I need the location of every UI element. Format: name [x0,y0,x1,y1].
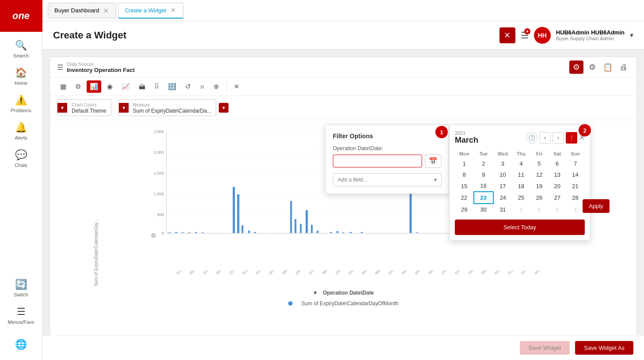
app-logo[interactable]: one [0,0,42,32]
calendar-day[interactable]: 30 [474,204,493,215]
calendar-day[interactable]: 23 [474,192,493,204]
tab-create-widget[interactable]: Create a Widget ✕ [118,3,183,19]
calendar-clock-button[interactable]: 🕐 [526,132,537,144]
menu-button-wrapper: ☰ ★ [521,30,529,41]
chart-toolbar: ▦ ⚙ 📊 ◉ 📈 🏔 ⠿ 🔢 ↺ ⠶ ⊕ ✕ [50,78,636,96]
print-button[interactable]: 🖨 [618,61,629,74]
calendar-day[interactable]: 3 [548,204,566,215]
chart-tool-close[interactable]: ✕ [231,80,243,93]
sidebar-item-menus[interactable]: ☰ Menus/Favs [0,302,42,329]
svg-text:Sum of ExpiryDate\CalendarDay.: Sum of ExpiryDate\CalendarDay... [94,219,99,286]
svg-text:1,000: 1,000 [154,192,164,196]
chart-tool-area[interactable]: 🏔 [136,81,149,93]
sidebar-item-alerts[interactable]: 🔔 Alerts [0,117,42,145]
chart-tool-refresh[interactable]: ↺ [182,80,194,93]
save-widget-button[interactable]: Save Widget [520,341,570,355]
menu-icon: ☰ [17,306,26,318]
measure-expand-arrow[interactable]: ▾ [219,103,229,113]
tab-close-create-widget[interactable]: ✕ [170,7,177,14]
calendar-day[interactable]: 13 [548,169,566,180]
save-widget-as-button[interactable]: Save Widget As [575,341,633,355]
svg-text:30/04/2020: 30/04/2020 [361,270,374,275]
calendar-day[interactable]: 1 [455,158,474,169]
svg-rect-30 [317,231,319,233]
filter-calendar-button[interactable]: 📅 [425,154,442,168]
tab-label: Create a Widget [125,7,166,14]
chart-tool-stacked[interactable]: 🔢 [165,80,179,93]
add-field-dropdown[interactable]: Add a field... ▾ [333,173,442,186]
chart-tool-pivot[interactable]: ⊕ [210,80,222,93]
calendar-day[interactable]: 20 [548,180,566,192]
measure-dropdown[interactable]: ▾ Measure Sum of ExpiryDate\CalendarDa..… [118,99,216,116]
measure-arrow: ▾ [119,103,129,113]
select-today-button[interactable]: Select Today [455,220,585,235]
calendar-day[interactable]: 6 [548,158,566,169]
tab-close-buyer-dashboard[interactable]: ✕ [103,7,110,14]
chart-tool-settings[interactable]: ⚙ [72,80,84,93]
chart-tool-dots[interactable]: ⠶ [197,80,208,93]
calendar-day[interactable]: 31 [493,204,512,215]
calendar-day[interactable]: 4 [512,158,530,169]
sidebar-item-home[interactable]: 🏠 Home [0,63,42,90]
sidebar-item-label: Home [15,80,27,86]
calendar-day[interactable]: 15 [455,180,474,192]
calendar-menu-button[interactable]: ⋮ [566,132,577,144]
calendar-day[interactable]: 25 [512,192,530,204]
close-widget-button[interactable]: ✕ [499,27,515,43]
calendar-day[interactable]: 24 [493,192,512,204]
calendar-day[interactable]: 4 [566,204,584,215]
calendar-day[interactable]: 12 [530,169,549,180]
calendar-day[interactable]: 7 [566,158,584,169]
calendar-day[interactable]: 19 [530,180,549,192]
calendar-day[interactable]: 22 [455,192,474,204]
svg-text:09/01/2020: 09/01/2020 [282,270,295,275]
chart-colors-dropdown[interactable]: ▾ Chart Colors Default Theme [57,99,111,116]
calendar-day[interactable]: 1 [512,204,530,215]
sidebar-item-switch[interactable]: 🔄 Switch [0,274,42,302]
apply-button[interactable]: Apply [583,199,610,213]
x-axis-labels: 01/10/2019 09/10/2019 15/10/2019 29/10/2… [72,270,636,288]
chart-tool-table[interactable]: ▦ [57,80,69,93]
tab-buyer-dashboard[interactable]: Buyer Dashboard ✕ [48,3,116,19]
sidebar-item-problems[interactable]: ⚠️ Problems [0,90,42,117]
calendar-next-button[interactable]: › [553,132,564,144]
user-dropdown-arrow[interactable]: ▾ [630,31,633,39]
chart-tool-bar[interactable]: 📊 [87,80,101,93]
copy-button[interactable]: 📋 [601,61,614,74]
sidebar-item-chats[interactable]: 💬 Chats [0,145,42,172]
sidebar-item-search[interactable]: 🔍 Search [0,35,42,63]
calendar-day[interactable]: 10 [493,169,512,180]
tab-bar: Buyer Dashboard ✕ Create a Widget ✕ [42,0,644,21]
calendar-day[interactable]: 5 [530,158,549,169]
calendar-prev-button[interactable]: ‹ [539,132,551,144]
chart-tool-pie[interactable]: ◉ [104,80,116,93]
calendar-day[interactable]: 28 [566,192,584,204]
toolbar-separator [226,81,227,92]
calendar-day[interactable]: 2 [474,158,493,169]
sidebar-globe[interactable]: 🌐 [0,334,42,355]
calendar-day[interactable]: 9 [474,169,493,180]
calendar-day[interactable]: 3 [493,158,512,169]
svg-text:15/10/2019: 15/10/2019 [202,270,215,275]
calendar-day[interactable]: 2 [530,204,549,215]
calendar-day[interactable]: 17 [493,180,512,192]
chart-tool-extra1[interactable]: ⠿ [151,80,162,93]
datasource-name: Inventory Operation Fact [67,67,135,73]
calendar-day[interactable]: 18 [512,180,530,192]
main-area: Buyer Dashboard ✕ Create a Widget ✕ Crea… [42,0,644,360]
calendar-day[interactable]: 11 [512,169,530,180]
calendar-day[interactable]: 26 [530,192,549,204]
chart-tool-line[interactable]: 📈 [118,80,133,93]
header-menu-button[interactable]: ☰ ★ [521,30,529,41]
calendar-day[interactable]: 29 [455,204,474,215]
calendar-day[interactable]: 21 [566,180,584,192]
svg-text:23/01/2020: 23/01/2020 [295,270,308,275]
settings-button[interactable]: ⚙ [587,61,598,74]
sidebar-item-label: Alerts [15,135,27,140]
filter-active-button[interactable]: ⚙ [569,61,583,74]
calendar-day[interactable]: 16 [474,180,493,192]
calendar-day[interactable]: 14 [566,169,584,180]
calendar-day[interactable]: 8 [455,169,474,180]
calendar-day[interactable]: 27 [548,192,566,204]
filter-date-input[interactable] [333,155,422,167]
